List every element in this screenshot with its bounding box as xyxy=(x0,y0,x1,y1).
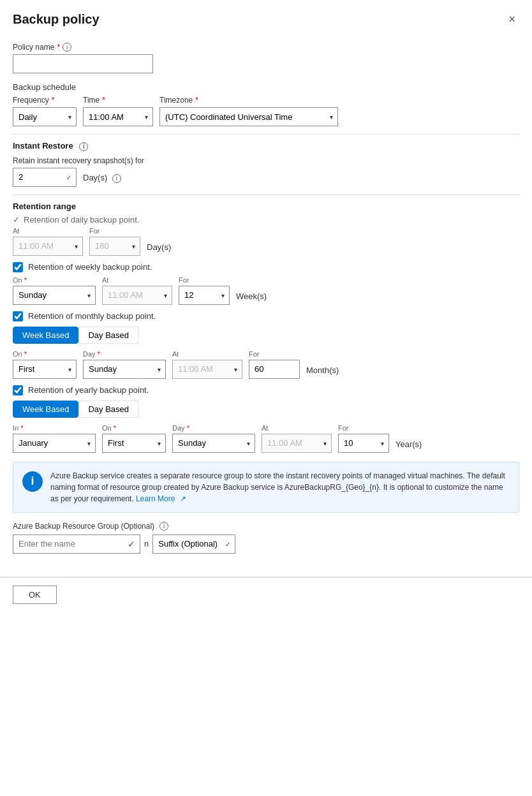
timezone-select[interactable]: (UTC) Coordinated Universal Time (UTC+01… xyxy=(159,107,338,126)
backup-schedule-row: Frequency * Daily Weekly ▾ Time * xyxy=(13,96,519,126)
time-select[interactable]: 11:00 AM 12:00 AM xyxy=(83,107,153,126)
daily-at-wrapper: 11:00 AM ▾ xyxy=(13,237,83,256)
yearly-in-wrapper: JanuaryFebruaryMarchApril MayJuneJulyAug… xyxy=(13,434,96,453)
monthly-at-wrapper: 11:00 AM ▾ xyxy=(172,360,242,379)
info-box-content: Azure Backup service creates a separate … xyxy=(50,470,510,505)
monthly-on-field: On * FirstSecondThirdFourthLast ▾ xyxy=(13,350,77,379)
close-button[interactable]: × xyxy=(505,11,519,27)
monthly-day-field: Day * SundayMondayTuesday WednesdayThurs… xyxy=(83,350,166,379)
monthly-at-select[interactable]: 11:00 AM xyxy=(172,360,242,379)
learn-more-link[interactable]: Learn More xyxy=(136,494,175,503)
yearly-day-select[interactable]: SundayMondayTuesday WednesdayThursdayFri… xyxy=(172,434,255,453)
yearly-week-based-tab[interactable]: Week Based xyxy=(13,401,78,418)
policy-name-input[interactable] xyxy=(13,54,153,73)
weekly-at-select[interactable]: 11:00 AM xyxy=(102,286,172,305)
retain-snapshot-label: Retain instant recovery snapshot(s) for xyxy=(13,156,519,165)
monthly-tab-group: Week Based Day Based xyxy=(13,327,519,344)
monthly-day-select[interactable]: SundayMondayTuesday WednesdayThursdayFri… xyxy=(83,360,166,379)
panel-footer: OK xyxy=(0,577,532,612)
yearly-checkbox[interactable] xyxy=(13,385,23,395)
monthly-day-wrapper: SundayMondayTuesday WednesdayThursdayFri… xyxy=(83,360,166,379)
suffix-select[interactable]: Suffix (Optional) xyxy=(152,534,235,554)
yearly-in-select[interactable]: JanuaryFebruaryMarchApril MayJuneJulyAug… xyxy=(13,434,96,453)
monthly-unit: Month(s) xyxy=(306,365,339,379)
snapshot-days-wrapper: 1 2 3 4 5 ✓ xyxy=(13,168,77,187)
resource-group-name-input[interactable] xyxy=(13,534,140,554)
backup-policy-panel: Backup policy × Policy name * i Backup s… xyxy=(0,0,532,796)
policy-name-info-icon[interactable]: i xyxy=(63,43,71,52)
ok-button[interactable]: OK xyxy=(13,586,57,604)
yearly-day-wrapper: SundayMondayTuesday WednesdayThursdayFri… xyxy=(172,434,255,453)
yearly-for-field: For 10531 ▾ xyxy=(338,424,389,453)
snapshot-days-unit: Day(s) i xyxy=(83,173,121,187)
monthly-day-based-tab[interactable]: Day Based xyxy=(78,327,138,344)
monthly-checkbox[interactable] xyxy=(13,311,23,321)
snapshot-days-info-icon[interactable]: i xyxy=(112,174,121,183)
daily-for-field: For 180 ▾ xyxy=(89,227,140,256)
panel-header: Backup policy × xyxy=(0,0,532,36)
yearly-at-wrapper: 11:00 AM ▾ xyxy=(262,434,332,453)
external-link-icon[interactable]: ↗ xyxy=(180,494,186,503)
weekly-checkbox[interactable] xyxy=(13,262,23,272)
frequency-select[interactable]: Daily Weekly xyxy=(13,107,77,126)
timezone-label: Timezone * xyxy=(159,96,338,105)
monthly-for-input[interactable] xyxy=(249,360,300,379)
frequency-field: Frequency * Daily Weekly ▾ xyxy=(13,96,77,126)
daily-at-select[interactable]: 11:00 AM xyxy=(13,237,83,256)
weekly-unit: Week(s) xyxy=(236,291,267,305)
yearly-on-wrapper: FirstSecondThirdFourthLast ▾ xyxy=(102,434,166,453)
time-label: Time * xyxy=(83,96,153,105)
yearly-in-label: In * xyxy=(13,424,96,432)
yearly-checkbox-label[interactable]: Retention of yearly backup point. xyxy=(13,385,519,395)
instant-restore-info-icon[interactable]: i xyxy=(79,142,88,151)
instant-restore-heading: Instant Restore i xyxy=(13,141,519,151)
separator-n: n xyxy=(144,539,149,549)
monthly-at-label: At xyxy=(172,350,242,358)
weekly-at-wrapper: 11:00 AM ▾ xyxy=(102,286,172,305)
yearly-day-label: Day * xyxy=(172,424,255,432)
info-circle-icon: i xyxy=(22,471,43,492)
yearly-at-select[interactable]: 11:00 AM xyxy=(262,434,332,453)
weekly-on-select[interactable]: SundayMondayTuesday WednesdayThursdayFri… xyxy=(13,286,96,305)
frequency-label: Frequency * xyxy=(13,96,77,105)
yearly-on-label: On * xyxy=(102,424,166,432)
monthly-week-based-tab[interactable]: Week Based xyxy=(13,327,78,344)
spacer xyxy=(0,566,532,577)
yearly-in-field: In * JanuaryFebruaryMarchApril MayJuneJu… xyxy=(13,424,96,453)
daily-checkmark-icon: ✓ xyxy=(13,215,20,225)
weekly-for-select[interactable]: 12642 xyxy=(179,286,230,305)
panel-body: Policy name * i Backup schedule Frequenc… xyxy=(0,36,532,566)
weekly-checkbox-label[interactable]: Retention of weekly backup point. xyxy=(13,262,519,272)
yearly-day-field: Day * SundayMondayTuesday WednesdayThurs… xyxy=(172,424,255,453)
daily-for-wrapper: 180 ▾ xyxy=(89,237,140,256)
resource-group-input-wrapper: ✓ xyxy=(13,534,140,554)
resource-group-row: ✓ n Suffix (Optional) ✓ xyxy=(13,534,519,554)
yearly-at-label: At xyxy=(262,424,332,432)
yearly-day-based-tab[interactable]: Day Based xyxy=(78,401,138,418)
time-field: Time * 11:00 AM 12:00 AM ▾ xyxy=(83,96,153,126)
weekly-on-wrapper: SundayMondayTuesday WednesdayThursdayFri… xyxy=(13,286,96,305)
panel-title: Backup policy xyxy=(13,12,100,27)
monthly-on-select[interactable]: FirstSecondThirdFourthLast xyxy=(13,360,77,379)
yearly-for-select[interactable]: 10531 xyxy=(338,434,389,453)
snapshot-days-select[interactable]: 1 2 3 4 5 xyxy=(13,168,77,187)
resource-group-info-icon[interactable]: i xyxy=(159,522,168,531)
daily-for-label: For xyxy=(89,227,140,235)
monthly-for-label: For xyxy=(249,350,300,358)
divider-2 xyxy=(13,195,519,195)
monthly-at-field: At 11:00 AM ▾ xyxy=(172,350,242,379)
daily-for-select[interactable]: 180 xyxy=(89,237,140,256)
time-select-wrapper: 11:00 AM 12:00 AM ▾ xyxy=(83,107,153,126)
daily-subsection: ✓ Retention of daily backup point. xyxy=(13,215,519,225)
snapshot-row: 1 2 3 4 5 ✓ Day(s) i xyxy=(13,168,519,187)
daily-unit: Day(s) xyxy=(147,242,171,256)
yearly-unit: Year(s) xyxy=(395,439,422,453)
monthly-on-wrapper: FirstSecondThirdFourthLast ▾ xyxy=(13,360,77,379)
monthly-for-field: For xyxy=(249,350,300,379)
monthly-checkbox-label[interactable]: Retention of monthly backup point. xyxy=(13,311,519,321)
monthly-row: On * FirstSecondThirdFourthLast ▾ Day * xyxy=(13,350,519,379)
yearly-on-select[interactable]: FirstSecondThirdFourthLast xyxy=(102,434,166,453)
yearly-for-label: For xyxy=(338,424,389,432)
yearly-on-field: On * FirstSecondThirdFourthLast ▾ xyxy=(102,424,166,453)
weekly-row: On * SundayMondayTuesday WednesdayThursd… xyxy=(13,276,519,305)
